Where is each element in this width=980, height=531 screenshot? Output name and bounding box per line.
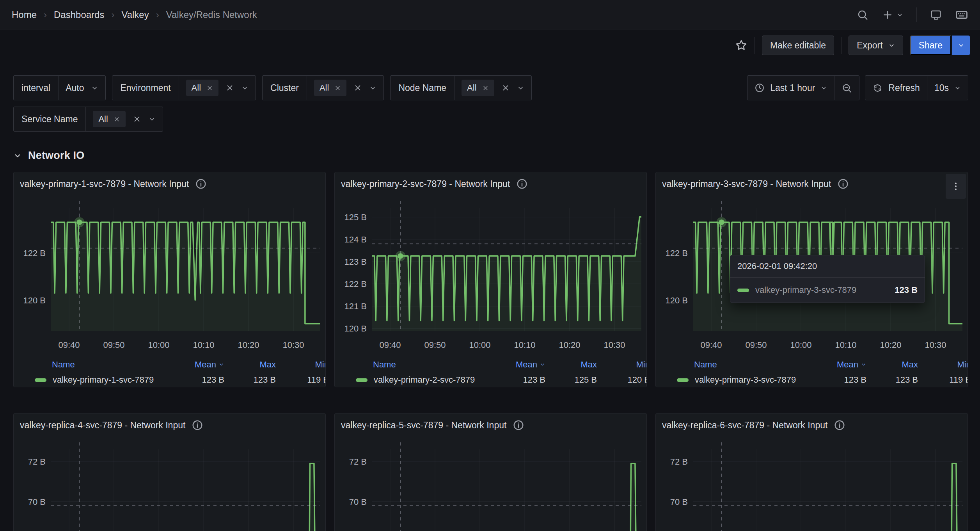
export-button[interactable]: Export: [849, 36, 903, 55]
share-button[interactable]: Share: [910, 36, 951, 55]
svg-text:70 B: 70 B: [28, 497, 46, 507]
cluster-chip[interactable]: All: [314, 80, 346, 96]
interval-variable: interval Auto: [13, 75, 106, 100]
svg-text:120 B: 120 B: [666, 296, 688, 305]
refresh-label: Refresh: [888, 83, 920, 93]
legend-series-toggle[interactable]: valkey-primary-2-svc-7879: [356, 375, 502, 385]
chevron-down-icon[interactable]: [241, 84, 249, 92]
panel-header[interactable]: valkey-primary-1-svc-7879 - Network Inpu…: [14, 172, 325, 191]
series-name: valkey-primary-3-svc-7879: [695, 375, 796, 385]
svg-text:10:30: 10:30: [604, 340, 625, 350]
panel-title: valkey-primary-2-svc-7879 - Network Inpu…: [341, 179, 510, 189]
chevron-down-icon[interactable]: [369, 84, 376, 92]
legend-sort-max[interactable]: Max: [545, 360, 597, 370]
info-icon[interactable]: [513, 419, 524, 431]
legend-sort-mean[interactable]: Mean: [181, 360, 224, 370]
svg-text:70 B: 70 B: [349, 497, 367, 507]
toolbar-divider: [755, 37, 755, 54]
legend-sort-mean[interactable]: Mean: [823, 360, 866, 370]
refresh-interval-select[interactable]: 10s: [927, 76, 968, 100]
dashboard-toolbar: Make editable Export Share: [0, 30, 980, 61]
keyboard-icon[interactable]: [955, 8, 968, 21]
svg-text:122 B: 122 B: [666, 248, 688, 258]
breadcrumb-home[interactable]: Home: [12, 9, 37, 20]
node-name-chip[interactable]: All: [462, 80, 494, 96]
chip-value: All: [320, 83, 329, 93]
chevron-down-icon[interactable]: [517, 84, 524, 92]
legend-sort-min[interactable]: Min: [918, 360, 968, 370]
legend-sort-max[interactable]: Max: [866, 360, 918, 370]
panel-header[interactable]: valkey-primary-3-svc-7879 - Network Inpu…: [656, 172, 968, 191]
info-icon[interactable]: [195, 178, 207, 190]
panel-header[interactable]: valkey-replica-6-svc-7879 - Network Inpu…: [656, 413, 968, 432]
chevron-down-icon[interactable]: [148, 116, 156, 123]
interval-select[interactable]: Auto: [59, 76, 105, 100]
tooltip-series-value: 123 B: [895, 285, 918, 295]
make-editable-button[interactable]: Make editable: [762, 36, 834, 55]
panel-menu-button[interactable]: [946, 174, 966, 199]
svg-text:123 B: 123 B: [344, 257, 367, 267]
svg-text:10:30: 10:30: [282, 340, 304, 350]
plus-icon: [882, 9, 893, 21]
chart-panel: valkey-replica-4-svc-7879 - Network Inpu…: [13, 413, 326, 531]
refresh-button[interactable]: Refresh: [865, 76, 927, 100]
legend-series-toggle[interactable]: valkey-primary-3-svc-7879: [677, 375, 823, 385]
svg-text:10:20: 10:20: [880, 340, 901, 350]
clear-all-icon[interactable]: [133, 115, 141, 123]
sort-chevron-icon: [540, 362, 545, 367]
search-icon[interactable]: [857, 9, 868, 21]
info-icon[interactable]: [192, 419, 203, 431]
zoom-out-icon: [842, 83, 852, 93]
time-range-picker[interactable]: Last 1 hour: [747, 76, 834, 100]
series-mean-value: 123 B: [823, 375, 866, 385]
star-icon[interactable]: [735, 39, 747, 52]
time-series-plot[interactable]: 72 B70 B68 B09:4009:5010:0010:1010:2010:…: [335, 435, 647, 531]
legend-series-toggle[interactable]: valkey-primary-1-svc-7879: [35, 375, 181, 385]
panel-header[interactable]: valkey-primary-2-svc-7879 - Network Inpu…: [335, 172, 646, 191]
svg-text:72 B: 72 B: [28, 457, 46, 467]
service-name-chip[interactable]: All: [93, 111, 125, 127]
time-series-plot[interactable]: 125 B124 B123 B122 B121 B120 B09:4009:50…: [335, 193, 647, 357]
breadcrumb-dashboards[interactable]: Dashboards: [54, 9, 104, 20]
add-new-button[interactable]: [882, 9, 903, 21]
remove-chip-icon: [114, 116, 120, 123]
legend-sort-name[interactable]: Name: [677, 360, 823, 370]
chevron-down-icon: [91, 84, 98, 92]
legend-sort-max[interactable]: Max: [224, 360, 276, 370]
environment-chip[interactable]: All: [186, 80, 218, 96]
section-title: Network IO: [28, 150, 85, 162]
clear-all-icon[interactable]: [225, 84, 234, 92]
zoom-out-button[interactable]: [834, 76, 859, 100]
clear-all-icon[interactable]: [501, 84, 510, 92]
svg-text:09:50: 09:50: [424, 340, 446, 350]
info-icon[interactable]: [516, 178, 528, 190]
breadcrumb-valkey[interactable]: Valkey: [121, 9, 149, 20]
series-name: valkey-primary-1-svc-7879: [53, 375, 154, 385]
legend-series-row: valkey-primary-3-svc-7879 123 B 123 B 11…: [677, 372, 968, 387]
legend-sort-mean[interactable]: Mean: [502, 360, 545, 370]
interval-label: interval: [14, 76, 59, 100]
panel-header[interactable]: valkey-replica-5-svc-7879 - Network Inpu…: [335, 413, 646, 432]
breadcrumb: Home › Dashboards › Valkey › Valkey/Redi…: [12, 9, 257, 20]
panel-header[interactable]: valkey-replica-4-svc-7879 - Network Inpu…: [14, 413, 325, 432]
time-series-plot[interactable]: 72 B70 B68 B09:4009:5010:0010:1010:2010:…: [656, 435, 968, 531]
panel-title: valkey-primary-1-svc-7879 - Network Inpu…: [20, 179, 189, 189]
legend-sort-name[interactable]: Name: [35, 360, 181, 370]
time-series-plot[interactable]: 72 B70 B68 B09:4009:5010:0010:1010:2010:…: [14, 435, 326, 531]
monitor-icon[interactable]: [930, 9, 942, 21]
time-series-plot[interactable]: 122 B120 B09:4009:5010:0010:1010:2010:30: [14, 193, 326, 357]
row-network-io[interactable]: Network IO: [13, 150, 980, 162]
remove-chip-icon: [482, 85, 489, 91]
legend-series-row: valkey-primary-1-svc-7879 123 B 123 B 11…: [35, 372, 326, 387]
info-icon[interactable]: [834, 419, 845, 431]
legend-sort-name[interactable]: Name: [356, 360, 502, 370]
legend-sort-min[interactable]: Min: [597, 360, 647, 370]
share-menu-button[interactable]: [952, 36, 970, 55]
svg-text:10:10: 10:10: [835, 340, 856, 350]
cluster-label: Cluster: [263, 76, 307, 100]
clear-all-icon[interactable]: [353, 84, 362, 92]
info-icon[interactable]: [837, 178, 849, 190]
series-name: valkey-primary-2-svc-7879: [374, 375, 475, 385]
breadcrumb-separator: ›: [44, 9, 47, 20]
legend-sort-min[interactable]: Min: [276, 360, 326, 370]
